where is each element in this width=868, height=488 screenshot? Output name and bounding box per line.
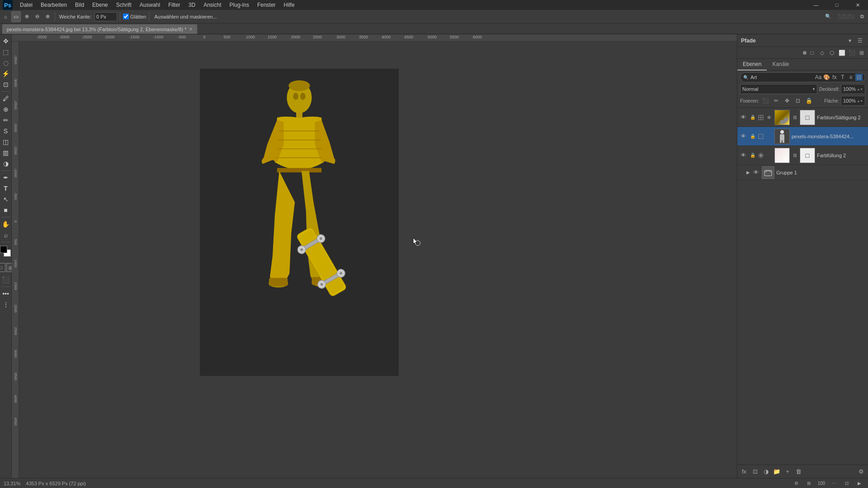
home-button[interactable]: ⌂ [2, 11, 9, 22]
fix-pixels-button[interactable]: ✏ [772, 96, 781, 105]
fix-transparent-button[interactable]: ⬛ [761, 96, 770, 105]
layer-item-gruppe[interactable]: ▶ 👁 Gruppe 1 [737, 165, 868, 180]
polygon-icon[interactable]: ⬡ [827, 48, 836, 57]
menu-auswahl[interactable]: Auswahl [136, 1, 164, 9]
filter-toggle-button[interactable]: ≡ [847, 74, 854, 81]
adjustment-layer-button[interactable]: ◑ [761, 467, 771, 477]
layer-visibility-toggle-2[interactable]: 👁 [739, 132, 747, 141]
text-tool-button[interactable]: T [1, 183, 11, 193]
magic-wand-button[interactable]: ⚡ [1, 69, 11, 79]
menu-ebene[interactable]: Ebene [89, 1, 112, 9]
standard-mode-button[interactable]: □ [0, 263, 5, 272]
filter-effect-button[interactable]: fx [831, 74, 838, 81]
add-layer-style-button[interactable]: fx [739, 467, 749, 477]
timeline-button[interactable]: ▶ [854, 479, 864, 488]
filter-attr-button[interactable]: T [839, 74, 846, 81]
status-more-button[interactable]: ⋯ [829, 479, 839, 488]
layer-mask-thumb-1[interactable]: □ [800, 110, 815, 125]
shape-tool-button[interactable]: ■ [1, 205, 11, 215]
layer-visibility-toggle-3[interactable]: 👁 [739, 151, 747, 160]
menu-bearbeiten[interactable]: Bearbeiten [37, 1, 71, 9]
filter-active-button[interactable]: ⊡ [855, 74, 863, 81]
move-tool-button[interactable]: ✥ [1, 36, 11, 46]
blend-mode-select[interactable]: Normal Multiplizieren Abwedeln [740, 84, 817, 94]
tab-kanaele[interactable]: Kanäle [767, 59, 794, 70]
flaeche-input[interactable]: 100% ▲▼ [841, 96, 865, 106]
canvas-content[interactable] [19, 42, 737, 478]
workspace-button[interactable]: ⬛⬛⬛ [835, 11, 856, 22]
marquee-tool-button[interactable]: ⬚ [1, 47, 11, 57]
fix-all-button[interactable]: 🔒 [804, 96, 813, 105]
clone-stamp-button[interactable]: S [1, 126, 11, 136]
pen-tool-button[interactable]: ✒ [1, 173, 11, 183]
tab-close-button[interactable]: ✕ [189, 27, 193, 32]
fix-position-button[interactable]: ✥ [783, 96, 792, 105]
artboard2-icon[interactable]: ⬛ [847, 48, 856, 57]
layer-visibility-toggle-1[interactable]: 👁 [739, 113, 747, 122]
menu-ansicht[interactable]: Ansicht [200, 1, 225, 9]
arrange-button[interactable]: ⧉ [858, 11, 866, 22]
menu-hilfe[interactable]: Hilfe [280, 1, 298, 9]
marquee-intersect-button[interactable]: ⊗ [43, 11, 52, 22]
tab-ebenen[interactable]: Ebenen [737, 59, 767, 70]
menu-filter[interactable]: Filter [165, 1, 184, 9]
group-arrow-icon[interactable]: ▶ [746, 170, 750, 175]
screen-mode-button[interactable]: ⬛ [1, 275, 11, 285]
add-mask-button[interactable]: ⊡ [750, 467, 760, 477]
glatten-checkbox-label[interactable]: Glätten [123, 14, 146, 19]
layer-item-farbfuellung[interactable]: 👁 🔒 ⛓ □ Farb [737, 146, 868, 165]
group-layers-button[interactable]: 📁 [772, 467, 782, 477]
minimize-button[interactable]: — [806, 0, 826, 10]
lasso-tool-button[interactable]: ◌ [1, 58, 11, 68]
layer-thumb-3[interactable] [774, 148, 790, 163]
document-canvas[interactable] [200, 69, 399, 376]
layer-item-pexels[interactable]: 👁 🔒 [737, 127, 868, 146]
menu-fenster[interactable]: Fenster [254, 1, 279, 9]
delete-layer-button[interactable]: 🗑 [793, 467, 803, 477]
healing-button[interactable]: ⊕ [1, 104, 11, 114]
grid-icon[interactable]: ⊞ [857, 48, 866, 57]
create-layer-icon[interactable]: □ [807, 48, 816, 57]
gradient-button[interactable]: ▥ [1, 148, 11, 158]
path-select-button[interactable]: ↖ [1, 194, 11, 204]
menu-schrift[interactable]: Schrift [113, 1, 135, 9]
filter-color-button[interactable]: 🎨 [823, 74, 830, 81]
panel-menu-button[interactable]: ☰ [855, 36, 864, 45]
dodge-button[interactable]: ◑ [1, 159, 11, 169]
hand-tool-button[interactable]: ✋ [1, 219, 11, 229]
zoom-fit-button[interactable]: ⊞ [804, 479, 814, 488]
layer-thumb-4[interactable] [762, 166, 774, 179]
panel-collapse-button[interactable]: ▾ [845, 36, 854, 45]
menu-datei[interactable]: Datei [16, 1, 36, 9]
marquee-add-button[interactable]: ⊕ [23, 11, 31, 22]
fix-artboard-button[interactable]: ⊡ [793, 96, 802, 105]
panel-settings-button[interactable]: ⚙ [856, 467, 866, 477]
layer-thumb-2[interactable] [774, 129, 790, 144]
maximize-button[interactable]: □ [826, 0, 847, 10]
zoom-tool-button[interactable]: ⌕ [1, 230, 11, 240]
layer-visibility-toggle-4[interactable]: 👁 [752, 169, 760, 177]
eyedropper-button[interactable]: 🖉 [1, 94, 11, 103]
reveal-all-button[interactable]: ⊡ [842, 479, 852, 488]
marquee-sub-button[interactable]: ⊖ [33, 11, 42, 22]
layer-thumb-1[interactable] [774, 110, 790, 125]
layer-search-input[interactable] [750, 75, 813, 80]
status-bar-settings-button[interactable]: ⚙ [791, 479, 801, 488]
glatten-checkbox[interactable] [123, 14, 129, 19]
crop-tool-button[interactable]: ⊡ [1, 80, 11, 89]
weiche-kante-input[interactable] [94, 12, 117, 21]
layer-mask-thumb-3[interactable]: □ [800, 148, 815, 163]
opacity-input[interactable]: 100% ▲▼ [841, 84, 865, 94]
eraser-button[interactable]: ◫ [1, 137, 11, 147]
close-button[interactable]: ✕ [847, 0, 868, 10]
search-button[interactable]: 🔍 [823, 11, 834, 22]
extra-tools-button[interactable]: ••• [1, 289, 11, 299]
menu-bild[interactable]: Bild [71, 1, 88, 9]
foreground-color-swatch[interactable] [0, 246, 7, 253]
menu-3d[interactable]: 3D [185, 1, 199, 9]
rect-marquee-button[interactable]: ▭ [11, 11, 21, 22]
document-tab[interactable]: pexels-monstera-5384424.jpg bei 13,3% (F… [2, 24, 198, 34]
edit-toolbar-button[interactable]: ⋮ [1, 300, 11, 310]
add-icon[interactable]: ◇ [817, 48, 826, 57]
brush-button[interactable]: ✏ [1, 115, 11, 125]
